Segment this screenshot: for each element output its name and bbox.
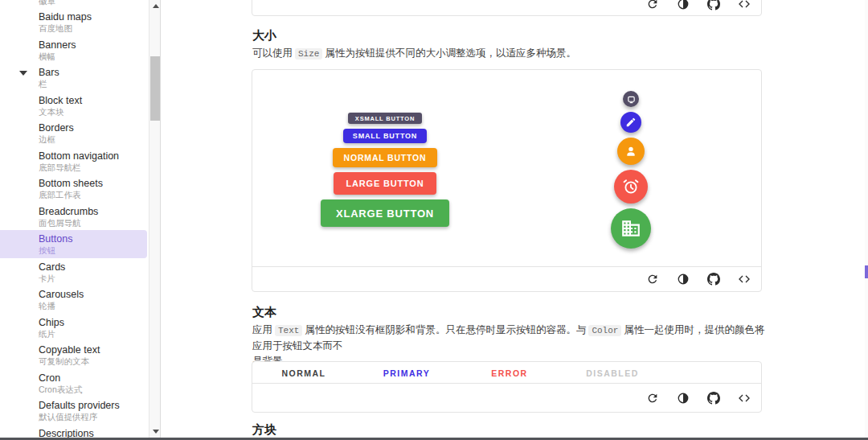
text-demo-button[interactable]: ERROR [458, 362, 561, 384]
sidebar-item[interactable]: Breadcrumbs 面包屑导航 [0, 203, 149, 231]
invert-colors-icon[interactable] [676, 273, 690, 286]
sidebar-item-subtitle: 底部工作表 [39, 190, 149, 199]
sidebar-item-title: Breadcrumbs [39, 206, 149, 218]
refresh-icon[interactable] [645, 0, 659, 11]
sidebar-item[interactable]: Bars 栏 [0, 64, 149, 92]
text-demo-button[interactable]: PRIMARY [355, 362, 458, 384]
code-icon[interactable] [737, 391, 751, 405]
invert-colors-icon[interactable] [676, 0, 690, 11]
sidebar-item-subtitle: 默认值提供程序 [39, 412, 149, 421]
sidebar-item-title: Buttons [39, 233, 147, 245]
sidebar-item-title: Baidu maps [39, 11, 149, 23]
sidebar-partial-item-label: 徽章 [39, 0, 55, 7]
invert-colors-icon[interactable] [676, 391, 690, 405]
sidebar-item-subtitle: 边框 [39, 134, 149, 144]
inline-code: Size [295, 48, 322, 60]
code-icon[interactable] [737, 0, 751, 11]
text-demo-button[interactable]: NORMAL [252, 362, 355, 384]
text-demo-card: NORMAL PRIMARY ERROR DISABLED [252, 361, 762, 413]
page-scrollbar-thumb[interactable] [865, 265, 868, 278]
text-buttons-row: NORMAL PRIMARY ERROR DISABLED [252, 362, 664, 384]
sidebar-item[interactable]: Baidu maps 百度地图 [0, 8, 149, 36]
demo-toolbar [252, 383, 761, 412]
github-icon[interactable] [706, 273, 720, 286]
sidebar-item-title: Carousels [39, 289, 149, 301]
sidebar-item-subtitle: 轮播 [39, 301, 149, 310]
refresh-icon[interactable] [645, 391, 659, 405]
size-demo-button[interactable]: XSMALL BUTTON [348, 113, 422, 124]
sidebar-item[interactable]: Bottom navigation 底部导航栏 [0, 147, 149, 175]
github-icon[interactable] [706, 391, 720, 405]
monitor-icon[interactable] [623, 91, 639, 107]
size-demo-button[interactable]: SMALL BUTTON [343, 129, 427, 143]
sidebar-item[interactable]: Carousels 轮播 [0, 286, 149, 314]
sidebar-item-title: Borders [39, 122, 149, 134]
sidebar-list: Baidu maps 百度地图 Banners 横幅 Bars 栏 [0, 8, 149, 438]
scroll-up-icon[interactable] [153, 4, 159, 8]
size-demo-button[interactable]: XLARGE BUTTON [321, 199, 449, 227]
sidebar-item-title: Bottom sheets [39, 178, 149, 190]
sidebar-item-title: Block text [39, 95, 149, 107]
sidebar-item-title: Bottom navigation [39, 150, 149, 162]
refresh-icon[interactable] [645, 273, 659, 286]
sidebar-item[interactable]: Chips 纸片 [0, 314, 149, 342]
sidebar-item-subtitle: 卡片 [39, 273, 149, 283]
sidebar-item[interactable]: Defaults providers 默认值提供程序 [0, 397, 149, 425]
sidebar-item-subtitle: 按钮 [39, 245, 147, 255]
inline-code: Color [588, 325, 621, 336]
sidebar-item-title: Banners [39, 39, 149, 51]
sidebar-item-title: Copyable text [39, 344, 149, 356]
sidebar-scrollbar[interactable] [149, 0, 161, 438]
demo-toolbar [252, 0, 761, 15]
sidebar-item-subtitle: 纸片 [39, 329, 149, 339]
sidebar-item-title: Bars [39, 67, 149, 79]
sidebar-item-subtitle: 面包屑导航 [39, 218, 149, 228]
sidebar-item-subtitle: 栏 [39, 79, 149, 88]
size-demo-card: XSMALL BUTTON SMALL BUTTON NORMAL BUTTON… [252, 69, 762, 292]
sidebar-item[interactable]: Block text 文本块 [0, 92, 149, 120]
sidebar-item-subtitle: 文本块 [39, 107, 149, 117]
sidebar-item[interactable]: Buttons 按钮 [0, 230, 147, 258]
domain-icon[interactable] [611, 208, 651, 249]
sidebar-item[interactable]: Borders 边框 [0, 119, 149, 147]
size-buttons-column: XSMALL BUTTON SMALL BUTTON NORMAL BUTTON… [252, 113, 518, 227]
section-title-text: 文本 [252, 305, 276, 320]
text-demo-button[interactable]: DISABLED [561, 362, 664, 384]
sidebar-item[interactable]: Copyable text 可复制的文本 [0, 341, 149, 369]
sidebar-scrollbar-thumb[interactable] [150, 56, 160, 121]
sidebar-item-title: Defaults providers [39, 400, 149, 412]
sidebar-item[interactable]: Bottom sheets 底部工作表 [0, 175, 149, 203]
sidebar-item-subtitle: Cron表达式 [39, 384, 149, 394]
sidebar-item-subtitle: 百度地图 [39, 23, 149, 33]
sidebar-item-title: Cards [39, 261, 149, 273]
size-demo-button[interactable]: LARGE BUTTON [334, 172, 437, 195]
size-description: 可以使用Size属性为按钮提供不同的大小调整选项，以适应多种场景。 [252, 46, 576, 62]
icon-buttons-column [591, 91, 671, 249]
sidebar-item-title: Descriptions [39, 428, 149, 438]
inline-code: Text [275, 325, 302, 336]
size-demo-button[interactable]: NORMAL BUTTON [333, 148, 438, 167]
app-window: 徽章 Baidu maps 百度地图 Banners 横幅 Bars [0, 0, 868, 440]
sidebar-item-title: Cron [39, 372, 149, 384]
code-icon[interactable] [737, 273, 751, 286]
account-icon[interactable] [617, 138, 645, 165]
main-content: 大小 可以使用Size属性为按钮提供不同的大小调整选项，以适应多种场景。 XSM… [162, 0, 868, 438]
sidebar: 徽章 Baidu maps 百度地图 Banners 横幅 Bars [0, 0, 149, 438]
sidebar-item[interactable]: Descriptions [0, 425, 149, 438]
sidebar-item[interactable]: Banners 横幅 [0, 36, 149, 64]
pencil-icon[interactable] [620, 112, 641, 133]
sidebar-item[interactable]: Cards 卡片 [0, 258, 149, 286]
alarm-icon[interactable] [614, 170, 648, 204]
chevron-down-icon[interactable] [19, 71, 27, 76]
sidebar-item-title: Chips [39, 317, 149, 329]
sidebar-item[interactable]: Cron Cron表达式 [0, 369, 149, 397]
demo-toolbar [252, 266, 761, 291]
section-title-size: 大小 [252, 28, 276, 43]
sidebar-item-subtitle: 底部导航栏 [39, 162, 149, 172]
sidebar-item-subtitle: 横幅 [39, 51, 149, 61]
page-scrollbar[interactable] [865, 0, 868, 438]
github-icon[interactable] [706, 0, 720, 11]
scroll-down-icon[interactable] [153, 430, 159, 434]
demo-card-partial [252, 0, 762, 16]
sidebar-item-subtitle: 可复制的文本 [39, 356, 149, 366]
